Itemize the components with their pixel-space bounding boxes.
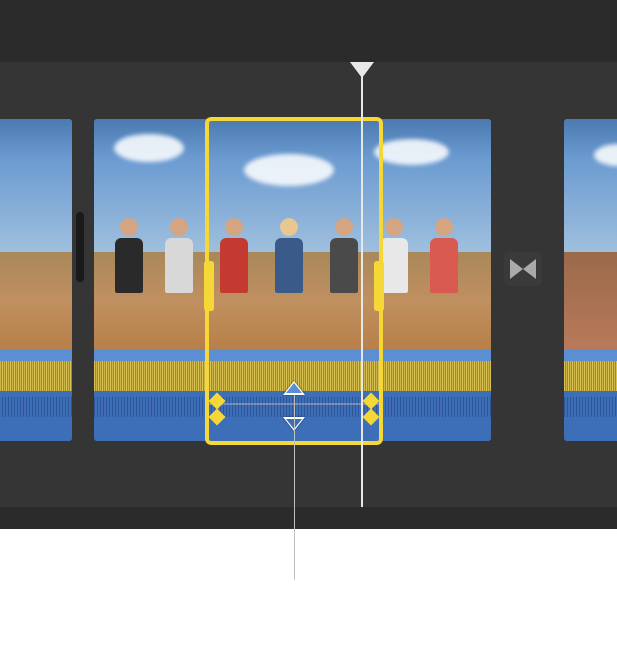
timeline[interactable] [0, 62, 617, 507]
clip-audio-track[interactable] [94, 349, 491, 441]
timeline-footer [0, 507, 617, 529]
video-clip[interactable] [564, 119, 617, 441]
cross-dissolve-icon [510, 259, 536, 279]
clip-thumbnail [0, 119, 72, 349]
video-clip[interactable] [94, 119, 491, 441]
clip-thumbnail [94, 119, 491, 349]
transition-icon[interactable] [504, 252, 542, 286]
playhead-handle-icon[interactable] [350, 62, 374, 78]
app-toolbar-area [0, 0, 617, 62]
clip-audio-track[interactable] [564, 349, 617, 441]
clip-thumbnail [564, 119, 617, 349]
playhead[interactable] [361, 62, 363, 507]
scroll-handle[interactable] [76, 212, 84, 282]
callout-line [294, 395, 295, 580]
video-clip[interactable] [0, 119, 72, 441]
clip-audio-track[interactable] [0, 349, 72, 441]
